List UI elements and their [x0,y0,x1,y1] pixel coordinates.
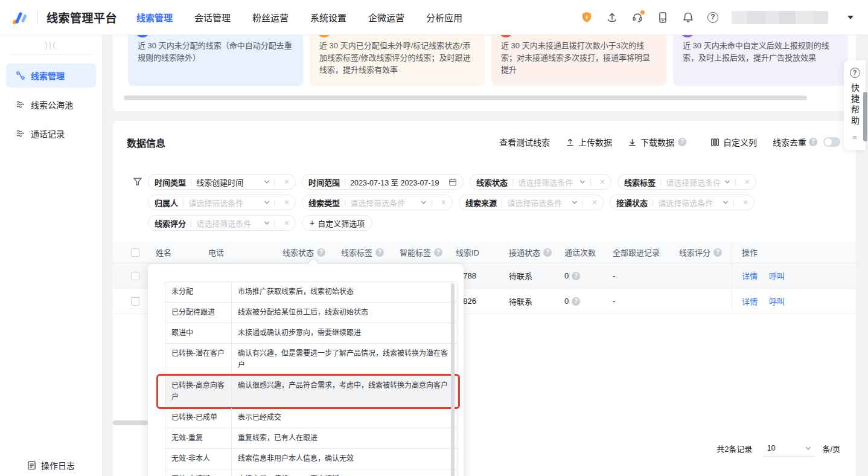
call-link[interactable]: 呼叫 [769,295,785,307]
download-help-icon[interactable]: ? [678,138,686,146]
customer-service-icon[interactable] [631,11,643,24]
filter-lead-source[interactable]: 线索来源| 请选择筛选条件 |× [459,195,604,210]
chevron-down-icon[interactable] [572,199,578,205]
sidebar: )|( 线索管理 线索公海池 通话记录 操作日志 [0,35,103,476]
pagination: 共2条记录 10 条/页 [716,439,840,458]
chevron-down-icon[interactable] [264,220,270,226]
card-accent-icon [680,35,695,37]
upload-icon [566,138,575,147]
cards-horizontal-scrollbar[interactable] [124,95,807,100]
clear-filter-icon[interactable]: × [592,198,597,207]
filter-lead-type[interactable]: 线索类型| 请选择筛选条件 |× [302,195,453,210]
calendar-icon[interactable] [448,178,457,186]
custom-columns-button[interactable]: 自定义列 [710,136,757,148]
nav-item-system-settings[interactable]: 系统设置 [310,11,346,24]
download-data-button[interactable]: 下载数据 ? [628,136,686,148]
chevron-down-icon[interactable] [724,179,730,185]
overview-card-unreported[interactable]: 近 30 天内未命中自定义后效上报规则的线索，及时上报后效，提升广告投放效果 [673,35,848,86]
call-link[interactable]: 呼叫 [769,270,785,281]
select-all-checkbox[interactable] [131,248,139,257]
nav-item-analysis-apps[interactable]: 分析应用 [426,11,462,24]
table-horizontal-scrollbar[interactable] [113,420,148,425]
nav-item-wecom-operation[interactable]: 企微运营 [368,11,404,24]
clear-filter-icon[interactable]: × [284,178,289,186]
app-title: 线索管理平台 [46,9,117,25]
filter-time-type[interactable]: 时间类型| 线索创建时间 |× [148,174,296,190]
cell-follow-records: - [604,263,670,288]
user-menu-caret-icon[interactable] [847,16,854,19]
filter-connect-status[interactable]: 接通状态| 请选择筛选条件 |× [610,195,755,210]
overview-card-unassigned[interactable]: 近 30 天内未分配的线索（命中自动分配去重规则的线索除外） [128,35,303,86]
user-name-redacted[interactable] [732,11,828,24]
window-vertical-scrollbar[interactable] [863,92,867,141]
detail-link[interactable]: 详情 [742,295,758,307]
clear-filter-icon[interactable]: × [600,178,605,186]
download-icon [628,138,637,147]
dedupe-help-icon[interactable]: ? [809,138,817,146]
filter-owner[interactable]: 归属人| 请选择筛选条件 |× [148,195,296,210]
overview-card-unfollowed[interactable]: 近 30 天内已分配但未外呼/标记线索状态/添加线索标签/修改线索评分的线索；及… [310,35,485,86]
clear-filter-icon[interactable]: × [743,198,748,207]
sidebar-item-call-records[interactable]: 通话记录 [6,121,96,146]
cell-lead-score [670,263,732,288]
upload-data-button[interactable]: 上传数据 [566,136,612,148]
filter-lead-status[interactable]: 线索状态| 请选择筛选条件 |× [470,174,611,190]
status-definition-table: 未分配 市场推广获取线索后，线索初始状态 已分配待跟进 线索被分配给某位员工后，… [165,281,458,476]
filter-lead-label[interactable]: 线索标签| 请选择筛选条件 |× [617,174,756,190]
cell-actions: 详情 呼叫 [732,263,856,288]
chevron-down-icon [805,445,811,451]
card-description: 近 30 天内未分配的线索（命中自动分配去重规则的线索除外） [138,40,293,64]
sidebar-item-lead-pool[interactable]: 线索公海池 [6,92,96,117]
help-icon[interactable]: ? [707,12,718,23]
chevron-down-icon[interactable] [579,179,586,185]
detail-link[interactable]: 详情 [742,270,758,281]
sidebar-item-lead-management[interactable]: 线索管理 [6,63,96,88]
page-size-select[interactable]: 10 [763,440,815,457]
card-description: 近 30 天内已分配但未外呼/标记线索状态/添加线索标签/修改线索评分的线索；及… [319,40,475,76]
sidebar-item-label: 通话记录 [31,127,65,140]
card-description: 近 30 天内未接通且拨打次数小于3次的线索；对未接通线索多次拨打，接通率将明显… [501,40,657,76]
chevron-down-icon[interactable] [264,179,270,185]
smart-label-help-icon[interactable]: ? [434,248,442,257]
operation-log-button[interactable]: 操作日志 [27,459,75,471]
dedupe-toggle[interactable] [823,137,840,147]
share-flow-icon [16,71,25,80]
app-logo-icon [11,8,29,27]
bell-icon[interactable] [682,11,694,24]
call-count-help-icon[interactable]: ? [572,272,580,280]
collapse-left-icon[interactable]: « [852,132,857,141]
quick-help-tab[interactable]: ? 快捷帮助 « [844,60,866,150]
view-test-leads-button[interactable]: 查看测试线索 [499,136,550,148]
mobile-device-icon[interactable] [657,11,669,24]
security-shield-icon[interactable] [581,11,593,24]
table-header-row: 姓名 电话 线索状态? 线索标签? 智能标签? 线索ID 接通状态? 通话次数 … [113,242,856,263]
status-definition-row: 无效-重复 重复线索，已有人在跟进 [165,428,457,449]
nav-item-fan-operation[interactable]: 粉丝运营 [252,11,289,24]
clear-filter-icon[interactable]: × [284,219,289,227]
chevron-down-icon[interactable] [264,199,270,205]
chevron-down-icon[interactable] [421,199,427,205]
divider [37,11,38,24]
add-custom-filter-button[interactable]: + 自定义筛选项 [302,215,372,231]
filter-date-range[interactable]: 时间范围| 2023-07-13 至 2023-07-19 [302,174,464,190]
connect-status-help-icon[interactable]: ? [543,248,552,257]
nav-item-lead-management[interactable]: 线索管理 [136,11,173,24]
lead-status-help-icon[interactable]: ? [317,248,325,257]
row-checkbox[interactable] [131,297,139,306]
clear-filter-icon[interactable]: × [284,198,289,207]
call-count-help-icon[interactable]: ? [572,297,580,306]
column-header-connect-status: 接通状态? [500,242,555,263]
clear-filter-icon[interactable]: × [745,178,750,186]
upload-icon[interactable] [606,11,618,24]
row-checkbox[interactable] [131,272,139,280]
filter-row-3: 线索评分| 请选择筛选条件 |× + 自定义筛选项 [148,215,372,231]
clear-filter-icon[interactable]: × [441,198,446,207]
filter-lead-score[interactable]: 线索评分| 请选择筛选条件 |× [148,215,296,231]
nav-item-session-management[interactable]: 会话管理 [194,11,231,24]
popup-scrollbar[interactable] [451,283,455,476]
overview-card-unconnected[interactable]: 近 30 天内未接通且拨打次数小于3次的线索；对未接通线索多次拨打，接通率将明显… [491,35,666,86]
sidebar-collapse-icon[interactable]: )|( [0,35,102,54]
lead-label-help-icon[interactable]: ? [375,248,384,257]
lead-score-help-icon[interactable]: ? [713,248,722,257]
chevron-down-icon[interactable] [723,199,729,205]
